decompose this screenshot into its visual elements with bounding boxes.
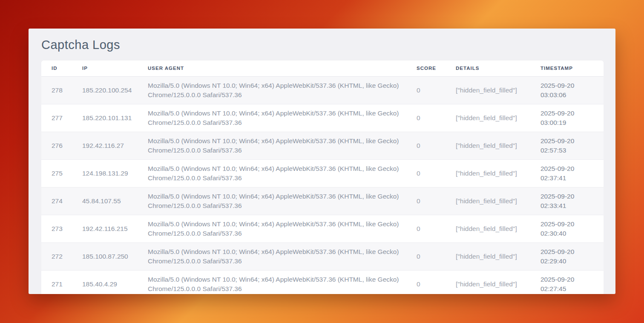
captcha-logs-table: IDIPUSER AGENTSCOREDETAILSTIMESTAMP 2781…	[41, 61, 604, 294]
cell-id: 278	[41, 76, 82, 104]
column-header-details: DETAILS	[456, 61, 540, 76]
cell-user_agent: Mozilla/5.0 (Windows NT 10.0; Win64; x64…	[148, 187, 417, 215]
captcha-logs-card: Captcha Logs IDIPUSER AGENTSCOREDETAILST…	[29, 29, 615, 294]
timestamp-date: 2025-09-20	[540, 164, 596, 173]
cell-id: 275	[41, 159, 82, 187]
cell-user_agent: Mozilla/5.0 (Windows NT 10.0; Win64; x64…	[148, 270, 417, 294]
captcha-logs-table-container: IDIPUSER AGENTSCOREDETAILSTIMESTAMP 2781…	[41, 61, 604, 294]
cell-details: ["hidden_field_filled"]	[456, 159, 540, 187]
cell-score: 0	[417, 215, 456, 242]
cell-score: 0	[417, 270, 456, 294]
cell-score: 0	[417, 242, 456, 270]
cell-ip: 185.220.100.254	[82, 76, 148, 104]
table-row: 278185.220.100.254Mozilla/5.0 (Windows N…	[41, 76, 604, 104]
table-row: 275124.198.131.29Mozilla/5.0 (Windows NT…	[41, 159, 604, 187]
timestamp-time: 02:57:53	[540, 146, 596, 155]
cell-user_agent: Mozilla/5.0 (Windows NT 10.0; Win64; x64…	[148, 159, 417, 187]
timestamp-time: 03:00:19	[540, 118, 596, 127]
timestamp-date: 2025-09-20	[540, 275, 596, 284]
cell-details: ["hidden_field_filled"]	[456, 76, 540, 104]
timestamp-date: 2025-09-20	[540, 136, 596, 146]
cell-id: 273	[41, 215, 82, 242]
timestamp-time: 02:29:40	[540, 257, 596, 266]
cell-details: ["hidden_field_filled"]	[456, 132, 540, 159]
cell-details: ["hidden_field_filled"]	[456, 270, 540, 294]
table-header: IDIPUSER AGENTSCOREDETAILSTIMESTAMP	[41, 61, 604, 76]
cell-id: 277	[41, 104, 82, 132]
cell-details: ["hidden_field_filled"]	[456, 242, 540, 270]
timestamp-time: 02:30:40	[540, 229, 596, 238]
cell-timestamp: 2025-09-2003:03:06	[540, 76, 604, 104]
table-row: 277185.220.101.131Mozilla/5.0 (Windows N…	[41, 104, 604, 132]
column-header-id: ID	[41, 61, 82, 76]
cell-timestamp: 2025-09-2002:57:53	[540, 132, 604, 159]
column-header-score: SCORE	[417, 61, 456, 76]
table-row: 276192.42.116.27Mozilla/5.0 (Windows NT …	[41, 132, 604, 159]
cell-timestamp: 2025-09-2002:30:40	[540, 215, 604, 242]
timestamp-time: 02:33:41	[540, 201, 596, 211]
table-row: 271185.40.4.29Mozilla/5.0 (Windows NT 10…	[41, 270, 604, 294]
timestamp-time: 02:27:45	[540, 284, 596, 294]
cell-user_agent: Mozilla/5.0 (Windows NT 10.0; Win64; x64…	[148, 215, 417, 242]
cell-ip: 45.84.107.55	[82, 187, 148, 215]
page-title: Captcha Logs	[41, 38, 603, 52]
table-row: 273192.42.116.215Mozilla/5.0 (Windows NT…	[41, 215, 604, 242]
cell-timestamp: 2025-09-2002:27:45	[540, 270, 604, 294]
cell-score: 0	[417, 104, 456, 132]
timestamp-date: 2025-09-20	[540, 192, 596, 201]
column-header-user_agent: USER AGENT	[148, 61, 417, 76]
cell-details: ["hidden_field_filled"]	[456, 187, 540, 215]
cell-id: 271	[41, 270, 82, 294]
cell-score: 0	[417, 76, 456, 104]
cell-id: 274	[41, 187, 82, 215]
column-header-timestamp: TIMESTAMP	[540, 61, 604, 76]
cell-ip: 185.220.101.131	[82, 104, 148, 132]
cell-score: 0	[417, 187, 456, 215]
cell-user_agent: Mozilla/5.0 (Windows NT 10.0; Win64; x64…	[148, 242, 417, 270]
timestamp-time: 02:37:41	[540, 173, 596, 183]
cell-score: 0	[417, 132, 456, 159]
cell-user_agent: Mozilla/5.0 (Windows NT 10.0; Win64; x64…	[148, 104, 417, 132]
table-row: 27445.84.107.55Mozilla/5.0 (Windows NT 1…	[41, 187, 604, 215]
column-header-ip: IP	[82, 61, 148, 76]
cell-timestamp: 2025-09-2003:00:19	[540, 104, 604, 132]
cell-timestamp: 2025-09-2002:33:41	[540, 187, 604, 215]
cell-details: ["hidden_field_filled"]	[456, 104, 540, 132]
cell-timestamp: 2025-09-2002:37:41	[540, 159, 604, 187]
timestamp-time: 03:03:06	[540, 90, 596, 100]
timestamp-date: 2025-09-20	[540, 81, 596, 90]
cell-ip: 124.198.131.29	[82, 159, 148, 187]
cell-user_agent: Mozilla/5.0 (Windows NT 10.0; Win64; x64…	[148, 76, 417, 104]
cell-ip: 192.42.116.27	[82, 132, 148, 159]
timestamp-date: 2025-09-20	[540, 219, 596, 229]
table-header-row: IDIPUSER AGENTSCOREDETAILSTIMESTAMP	[41, 61, 604, 76]
cell-details: ["hidden_field_filled"]	[456, 215, 540, 242]
cell-user_agent: Mozilla/5.0 (Windows NT 10.0; Win64; x64…	[148, 132, 417, 159]
timestamp-date: 2025-09-20	[540, 109, 596, 118]
table-row: 272185.100.87.250Mozilla/5.0 (Windows NT…	[41, 242, 604, 270]
cell-ip: 185.40.4.29	[82, 270, 148, 294]
cell-id: 272	[41, 242, 82, 270]
timestamp-date: 2025-09-20	[540, 247, 596, 257]
cell-timestamp: 2025-09-2002:29:40	[540, 242, 604, 270]
cell-ip: 192.42.116.215	[82, 215, 148, 242]
cell-ip: 185.100.87.250	[82, 242, 148, 270]
cell-id: 276	[41, 132, 82, 159]
table-body: 278185.220.100.254Mozilla/5.0 (Windows N…	[41, 76, 604, 294]
cell-score: 0	[417, 159, 456, 187]
